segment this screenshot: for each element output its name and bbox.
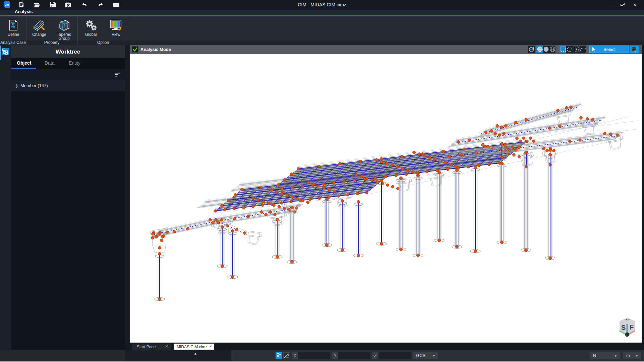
svg-text:F: F	[630, 323, 634, 331]
svg-text:S: S	[621, 324, 626, 331]
svg-text:A: A	[532, 47, 534, 50]
